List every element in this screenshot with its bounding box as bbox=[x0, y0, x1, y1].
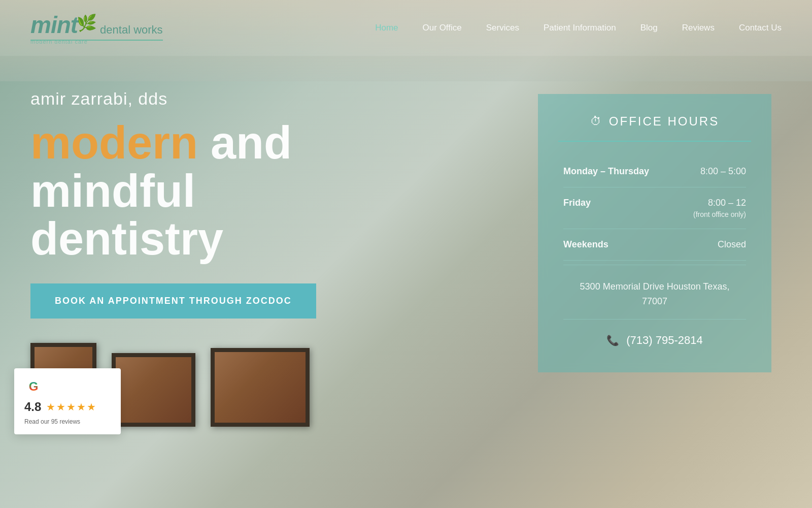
office-hours-label: OFFICE HOURS bbox=[609, 114, 719, 129]
nav-services[interactable]: Services bbox=[486, 23, 519, 33]
nav-patient-info[interactable]: Patient Information bbox=[544, 23, 616, 33]
office-phone-number: (713) 795-2814 bbox=[626, 334, 702, 347]
nav-contact[interactable]: Contact Us bbox=[739, 23, 782, 33]
artwork-frame-2 bbox=[112, 353, 195, 427]
day-friday: Friday bbox=[563, 198, 591, 208]
logo-sub-text: modern dental care bbox=[30, 39, 88, 45]
logo-mint-text: mint bbox=[30, 11, 78, 39]
time-friday-note: (front office only) bbox=[693, 210, 746, 218]
title-divider bbox=[558, 141, 751, 142]
book-appointment-button[interactable]: BOOK AN APPOINTMENT THROUGH ZOCDOC bbox=[30, 283, 316, 319]
logo[interactable]: mint 🌿 dental works modern dental care bbox=[30, 11, 163, 45]
day-mon-thu: Monday – Thursday bbox=[563, 166, 649, 177]
artwork-frame-3 bbox=[211, 348, 310, 427]
hero-headline-colored: modern bbox=[30, 117, 198, 168]
time-friday: 8:00 – 12 bbox=[693, 198, 746, 208]
phone-icon: 📞 bbox=[606, 334, 619, 346]
star-icons: ★★★★★ bbox=[46, 401, 97, 413]
hero-content: amir zarrabi, dds modern and mindfuldent… bbox=[30, 89, 447, 319]
nav-home[interactable]: Home bbox=[375, 23, 398, 33]
office-address: 5300 Memorial Drive Houston Texas, 77007 bbox=[563, 265, 746, 320]
google-review-card: G 4.8 ★★★★★ Read our 95 reviews bbox=[14, 368, 121, 434]
doctor-name: amir zarrabi, dds bbox=[30, 89, 447, 109]
rating-number: 4.8 bbox=[24, 400, 41, 414]
review-rating-row: 4.8 ★★★★★ bbox=[24, 400, 111, 414]
time-weekends: Closed bbox=[718, 239, 746, 250]
hours-row-friday: Friday 8:00 – 12 (front office only) bbox=[563, 187, 746, 229]
clock-icon: ⏱ bbox=[590, 115, 603, 128]
hero-headline: modern and mindfuldentistry bbox=[30, 119, 447, 263]
logo-leaf-icon: 🌿 bbox=[77, 13, 97, 33]
office-hours-card: ⏱ OFFICE HOURS Monday – Thursday 8:00 – … bbox=[538, 94, 771, 372]
address-line2: 77007 bbox=[642, 296, 667, 306]
artwork-inner-2 bbox=[116, 357, 191, 423]
office-hours-title: ⏱ OFFICE HOURS bbox=[563, 114, 746, 129]
hours-row-weekends: Weekends Closed bbox=[563, 229, 746, 261]
artwork-inner-3 bbox=[215, 352, 306, 423]
day-weekends: Weekends bbox=[563, 239, 608, 250]
office-phone-row[interactable]: 📞 (713) 795-2814 bbox=[563, 320, 746, 347]
nav-our-office[interactable]: Our Office bbox=[423, 23, 462, 33]
nav-links: Home Our Office Services Patient Informa… bbox=[375, 23, 782, 33]
time-mon-thu: 8:00 – 5:00 bbox=[700, 166, 746, 177]
address-line1: 5300 Memorial Drive Houston Texas, bbox=[580, 281, 730, 292]
google-g-logo: G bbox=[24, 377, 43, 396]
navbar: mint 🌿 dental works modern dental care H… bbox=[0, 0, 812, 56]
logo-dental-text: dental works bbox=[100, 23, 163, 37]
read-reviews-link[interactable]: Read our 95 reviews bbox=[24, 418, 111, 425]
nav-blog[interactable]: Blog bbox=[640, 23, 658, 33]
hours-row-mon-thu: Monday – Thursday 8:00 – 5:00 bbox=[563, 156, 746, 187]
nav-reviews[interactable]: Reviews bbox=[682, 23, 715, 33]
